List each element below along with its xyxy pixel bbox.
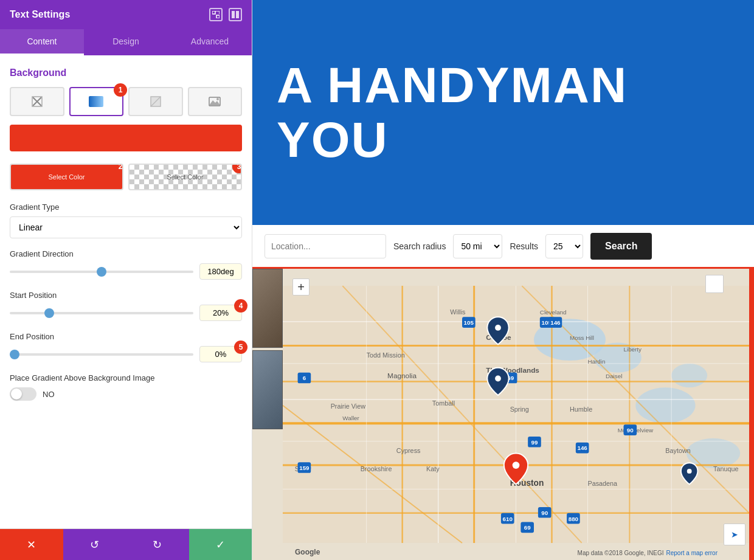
- badge-4: 4: [234, 299, 247, 313]
- location-input[interactable]: [265, 234, 386, 258]
- save-button[interactable]: ✓: [189, 529, 252, 560]
- tab-content[interactable]: Content: [0, 29, 84, 55]
- radius-select[interactable]: 50 mi 10 mi 25 mi 100 mi: [453, 234, 502, 258]
- svg-text:Katy: Katy: [426, 465, 440, 472]
- svg-rect-7: [89, 96, 103, 107]
- tabs: Content Design Advanced: [0, 29, 252, 55]
- hero-text: A HANDYMAN YOU: [277, 58, 628, 167]
- svg-text:Baytown: Baytown: [665, 447, 690, 454]
- svg-rect-5: [236, 11, 239, 18]
- cancel-button[interactable]: ✕: [0, 529, 63, 560]
- gradient-type-group: Gradient Type Linear Radial: [10, 202, 242, 238]
- gradient-direction-slider[interactable]: [10, 271, 193, 273]
- results-select[interactable]: 25 10 50 100: [545, 234, 583, 258]
- gradient-type-select[interactable]: Linear Radial: [10, 216, 242, 238]
- color-stop-2-label: Select Color: [164, 173, 207, 181]
- terms1: Map data ©2018 Google, INEGI: [578, 550, 664, 556]
- svg-point-91: [495, 325, 501, 331]
- toggle-label: NO: [43, 390, 55, 399]
- report-link[interactable]: Report a map error: [666, 550, 718, 556]
- svg-text:6: 6: [303, 375, 306, 381]
- panel-title: Text Settings: [10, 9, 70, 20]
- svg-rect-0: [212, 11, 215, 14]
- panel-content: Background 1: [0, 55, 252, 528]
- svg-point-93: [513, 461, 520, 469]
- columns-icon[interactable]: [229, 8, 242, 21]
- svg-text:Tanuque: Tanuque: [713, 465, 738, 472]
- bg-type-gradient[interactable]: 1: [69, 87, 124, 116]
- panel-header: Text Settings: [0, 0, 252, 29]
- svg-text:69: 69: [524, 524, 531, 531]
- color-stop-2[interactable]: Select Color 3: [128, 164, 242, 190]
- toggle-knob: [11, 389, 22, 399]
- svg-text:Waller: Waller: [342, 415, 359, 421]
- search-bar: Search radius 50 mi 10 mi 25 mi 100 mi R…: [252, 225, 754, 269]
- svg-text:146: 146: [550, 319, 561, 326]
- svg-text:Todd Mission: Todd Mission: [367, 351, 405, 359]
- svg-text:Spring: Spring: [510, 406, 529, 413]
- svg-rect-1: [216, 15, 220, 18]
- scroll-bar[interactable]: [749, 269, 754, 560]
- bg-type-none[interactable]: [10, 87, 64, 116]
- svg-marker-11: [209, 100, 220, 105]
- redo-button[interactable]: ↻: [126, 529, 189, 560]
- svg-text:99: 99: [531, 439, 538, 446]
- color-stop-1[interactable]: Select Color 2: [10, 164, 123, 190]
- bg-type-unknown[interactable]: [128, 87, 183, 116]
- radius-label: Search radius: [393, 241, 446, 251]
- svg-text:Cypress: Cypress: [396, 447, 421, 454]
- start-position-slider[interactable]: [10, 312, 193, 314]
- thumbnail-2: [252, 350, 283, 429]
- svg-text:610: 610: [503, 516, 513, 522]
- svg-text:Tomball: Tomball: [432, 399, 455, 407]
- svg-text:90: 90: [541, 510, 548, 516]
- bg-type-image[interactable]: [188, 87, 243, 116]
- badge-3: 3: [232, 164, 242, 173]
- thumbnail-strip: [252, 269, 283, 560]
- search-button[interactable]: Search: [590, 233, 652, 260]
- svg-point-18: [671, 364, 707, 387]
- save-icon: ✓: [216, 538, 225, 551]
- map-zoom-in[interactable]: +: [292, 278, 310, 296]
- end-position-slider[interactable]: [10, 353, 193, 356]
- color-stops-row: Select Color 2 Select Color 3: [10, 164, 242, 190]
- svg-text:Daisel: Daisel: [606, 373, 622, 380]
- svg-text:Hardin: Hardin: [588, 358, 606, 365]
- end-position-slider-row: 0% 5: [10, 346, 242, 362]
- map-locate-button[interactable]: ➤: [724, 524, 745, 545]
- gradient-toggle[interactable]: [10, 387, 36, 401]
- badge-1: 1: [114, 83, 127, 97]
- svg-point-16: [635, 387, 695, 423]
- thumbnail-1: [252, 269, 283, 348]
- end-position-label: End Position: [10, 332, 242, 341]
- color-preview[interactable]: [10, 125, 242, 151]
- tab-advanced[interactable]: Advanced: [168, 29, 252, 55]
- header-icons: [209, 8, 242, 21]
- background-section-title: Background: [10, 67, 242, 78]
- svg-text:Willis: Willis: [450, 308, 466, 316]
- results-label: Results: [510, 241, 538, 251]
- gradient-direction-value[interactable]: 180deg: [199, 263, 242, 280]
- undo-button[interactable]: ↺: [63, 529, 126, 560]
- badge-2: 2: [114, 164, 123, 173]
- bottom-toolbar: ✕ ↺ ↻ ✓: [0, 528, 252, 560]
- place-gradient-label: Place Gradient Above Background Image: [10, 373, 242, 382]
- svg-text:Magnolia: Magnolia: [387, 372, 417, 381]
- bg-type-row: 1: [10, 87, 242, 116]
- gradient-direction-label: Gradient Direction: [10, 249, 242, 258]
- redo-icon: ↻: [153, 538, 162, 551]
- tab-design[interactable]: Design: [84, 29, 168, 55]
- svg-text:Prairie View: Prairie View: [331, 403, 366, 410]
- badge-5: 5: [234, 340, 247, 354]
- gradient-type-label: Gradient Type: [10, 202, 242, 212]
- expand-icon[interactable]: [209, 8, 223, 21]
- svg-text:146: 146: [577, 445, 587, 452]
- end-position-value[interactable]: 0% 5: [199, 346, 242, 362]
- start-position-value[interactable]: 20% 4: [199, 305, 242, 321]
- svg-point-12: [216, 98, 219, 100]
- svg-point-94: [687, 469, 692, 474]
- svg-text:90: 90: [627, 427, 634, 434]
- plus-icon: +: [297, 280, 305, 294]
- hero-area: A HANDYMAN YOU: [252, 0, 754, 225]
- place-gradient-group: Place Gradient Above Background Image NO: [10, 373, 242, 401]
